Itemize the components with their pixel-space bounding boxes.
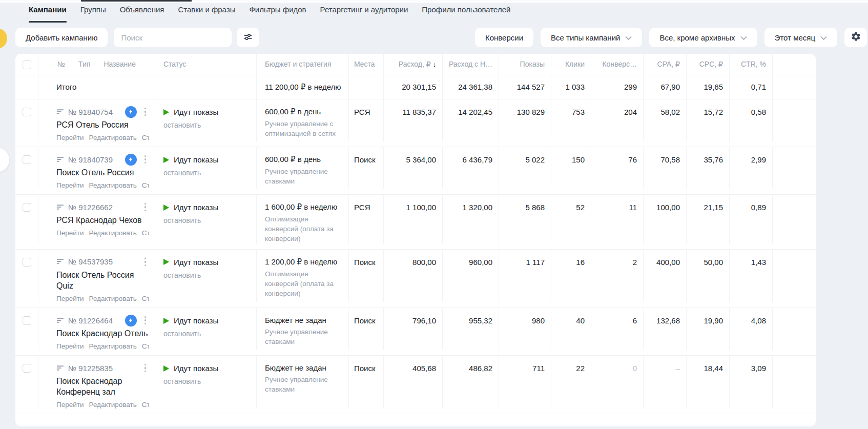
header-shows[interactable]: Показы — [499, 54, 551, 75]
link-edit[interactable]: Редактировать — [89, 342, 137, 350]
add-campaign-button[interactable]: Добавить кампанию — [15, 28, 108, 47]
notification-fab[interactable] — [0, 28, 7, 49]
link-stats[interactable]: Статистика — [142, 342, 149, 350]
campaign-name[interactable]: РСЯ Отель Россия — [56, 119, 149, 130]
link-edit[interactable]: Редактировать — [89, 181, 137, 189]
totals-cost: 20 301,15 — [383, 75, 442, 99]
shows-value: 5 868 — [499, 195, 551, 244]
cpa-value: 70,58 — [643, 147, 686, 189]
search-box[interactable] — [114, 28, 232, 47]
stop-link[interactable]: остановить — [163, 330, 201, 338]
header-clicks[interactable]: Клики — [551, 54, 591, 75]
row-links: Перейти Редактировать Статистика — [56, 342, 149, 350]
link-go[interactable]: Перейти — [56, 342, 84, 350]
tab-0[interactable]: Кампании — [29, 5, 67, 24]
campaign-type-icon — [56, 156, 64, 164]
shows-value: 130 829 — [499, 99, 551, 141]
kebab-menu-icon[interactable] — [142, 201, 149, 213]
link-stats[interactable]: Статистика — [142, 181, 149, 189]
link-go[interactable]: Перейти — [56, 229, 84, 237]
kebab-menu-icon[interactable] — [142, 362, 149, 374]
campaign-name[interactable]: Поиск Краснодар Конференц зал — [56, 376, 149, 397]
status-line: Идут показы — [163, 203, 256, 212]
cost-nds-value: 1 320,00 — [442, 195, 499, 244]
kebab-menu-icon[interactable] — [142, 315, 149, 326]
side-panel-fab[interactable] — [0, 148, 9, 172]
boost-badge-icon — [125, 315, 137, 326]
row-checkbox[interactable] — [23, 108, 31, 116]
link-go[interactable]: Перейти — [56, 181, 84, 189]
status-text: Идут показы — [174, 155, 218, 164]
tab-bar: КампанииГруппыОбъявленияСтавки и фразыФи… — [0, 0, 868, 24]
header-name[interactable]: Название — [104, 60, 136, 75]
kebab-menu-icon[interactable] — [142, 106, 149, 118]
tab-4[interactable]: Фильтры фидов — [249, 5, 306, 24]
header-cost-nds[interactable]: Расход с Н… — [442, 54, 499, 75]
link-stats[interactable]: Статистика — [142, 229, 149, 237]
header-cpa[interactable]: CPA, ₽ — [643, 54, 686, 75]
campaign-name[interactable]: РСЯ Краснодар Чехов — [56, 215, 149, 226]
tab-6[interactable]: Профили пользователей — [422, 5, 510, 24]
campaign-name[interactable]: Поиск Отель Россия — [56, 167, 149, 178]
chevron-down-icon — [820, 33, 827, 42]
settings-button[interactable] — [844, 28, 867, 47]
campaign-name[interactable]: Поиск Краснодар Отель — [56, 328, 149, 339]
link-go[interactable]: Перейти — [56, 401, 84, 408]
row-checkbox[interactable] — [23, 258, 31, 267]
cpc-value: 50,00 — [686, 250, 729, 302]
tab-2[interactable]: Объявления — [120, 5, 164, 24]
row-checkbox[interactable] — [23, 155, 31, 164]
link-stats[interactable]: Статистика — [142, 295, 149, 302]
clicks-value: 16 — [551, 250, 591, 302]
kebab-menu-icon[interactable] — [142, 154, 149, 166]
link-go[interactable]: Перейти — [56, 295, 84, 302]
header-conversions[interactable]: Конверс… — [591, 54, 643, 75]
tab-5[interactable]: Ретаргетинг и аудитории — [320, 5, 408, 24]
cpc-value: 18,44 — [686, 356, 729, 408]
campaign-number: № 94537935 — [68, 257, 113, 266]
toolbar: Добавить кампанию Конверсии Все типы кам… — [15, 27, 867, 48]
search-input[interactable] — [121, 33, 224, 42]
archive-filter-dropdown[interactable]: Все, кроме архивных — [649, 28, 757, 47]
stop-link[interactable]: остановить — [163, 216, 201, 224]
link-go[interactable]: Перейти — [56, 134, 84, 141]
header-places[interactable]: Места — [348, 54, 383, 75]
tab-3[interactable]: Ставки и фразы — [178, 5, 235, 24]
clicks-value: 753 — [551, 99, 591, 141]
stop-link[interactable]: остановить — [163, 169, 201, 177]
campaign-number: № 91840739 — [68, 155, 113, 164]
tab-1[interactable]: Группы — [80, 5, 106, 24]
header-budget[interactable]: Бюджет и стратегия — [256, 54, 348, 75]
status-line: Идут показы — [163, 316, 256, 325]
row-checkbox[interactable] — [23, 364, 31, 373]
row-checkbox[interactable] — [23, 316, 31, 325]
header-type[interactable]: Тип — [78, 60, 90, 75]
select-all-checkbox[interactable] — [23, 60, 31, 69]
header-num[interactable]: № — [57, 60, 65, 75]
clicks-value: 40 — [551, 308, 591, 350]
kebab-menu-icon[interactable] — [142, 256, 149, 268]
conversions-button[interactable]: Конверсии — [475, 28, 533, 47]
header-ctr[interactable]: CTR, % — [729, 54, 772, 75]
stop-link[interactable]: остановить — [163, 377, 201, 385]
header-status[interactable]: Статус — [154, 54, 256, 75]
link-edit[interactable]: Редактировать — [89, 295, 137, 302]
filter-sliders-button[interactable] — [237, 28, 259, 47]
header-cpc[interactable]: CPC, ₽ — [686, 54, 729, 75]
link-stats[interactable]: Статистика — [142, 134, 149, 141]
link-stats[interactable]: Статистика — [142, 401, 149, 408]
campaign-name[interactable]: Поиск Отель Россия Quiz — [56, 270, 149, 291]
period-dropdown[interactable]: Этот месяц — [764, 28, 837, 47]
status-text: Идут показы — [174, 258, 218, 267]
row-checkbox[interactable] — [23, 203, 31, 212]
play-icon — [163, 205, 169, 211]
totals-clicks: 1 033 — [551, 75, 591, 99]
toolbar-right: Конверсии Все типы кампаний Все, кроме а… — [475, 28, 867, 47]
link-edit[interactable]: Редактировать — [89, 401, 137, 408]
stop-link[interactable]: остановить — [163, 271, 201, 279]
link-edit[interactable]: Редактировать — [89, 229, 137, 237]
campaign-type-dropdown[interactable]: Все типы кампаний — [541, 28, 642, 47]
link-edit[interactable]: Редактировать — [89, 134, 137, 141]
stop-link[interactable]: остановить — [163, 121, 201, 129]
header-cost-sorted[interactable]: Расход, ₽ ↓ — [383, 54, 442, 75]
